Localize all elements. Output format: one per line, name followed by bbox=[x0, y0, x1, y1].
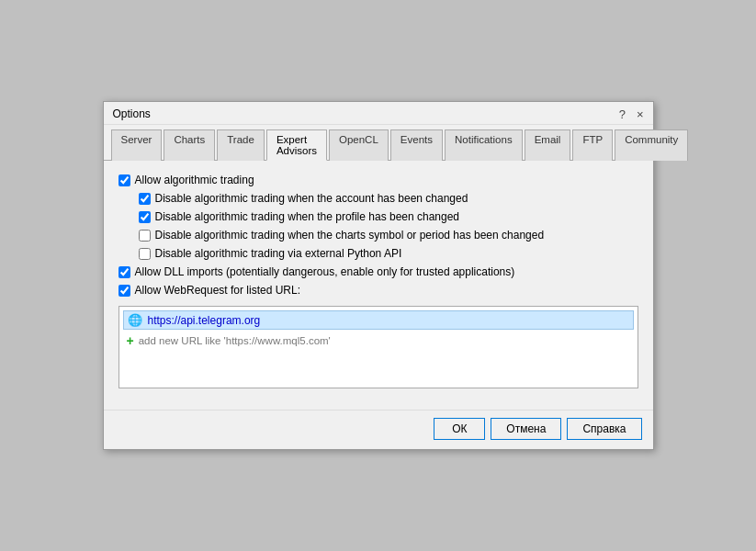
globe-icon: 🌐 bbox=[128, 313, 142, 327]
tab-community[interactable]: Community bbox=[615, 129, 688, 161]
tab-bar: Server Charts Trade Expert Advisors Open… bbox=[104, 125, 653, 161]
dialog-footer: ОК Отмена Справка bbox=[104, 410, 653, 449]
options-dialog: Options ? × Server Charts Trade Expert A… bbox=[103, 101, 654, 450]
allow-algo-row: Allow algorithmic trading bbox=[118, 174, 638, 186]
tab-expert-advisors[interactable]: Expert Advisors bbox=[266, 129, 327, 161]
url-add-placeholder: add new URL like 'https://www.mql5.com' bbox=[139, 335, 331, 346]
allow-web-checkbox[interactable] bbox=[118, 285, 130, 297]
disable-charts-row: Disable algorithmic trading when the cha… bbox=[139, 229, 638, 242]
help-button[interactable]: Справка bbox=[567, 418, 641, 440]
allow-dll-row: Allow DLL imports (potentially dangerous… bbox=[118, 265, 638, 278]
url-entry-text: https://api.telegram.org bbox=[148, 314, 261, 327]
help-title-button[interactable]: ? bbox=[617, 108, 627, 120]
cancel-button[interactable]: Отмена bbox=[491, 418, 561, 440]
disable-profile-checkbox[interactable] bbox=[139, 211, 151, 223]
tab-charts[interactable]: Charts bbox=[164, 129, 215, 161]
disable-charts-label: Disable algorithmic trading when the cha… bbox=[155, 229, 545, 242]
ok-button[interactable]: ОК bbox=[434, 418, 485, 440]
tab-email[interactable]: Email bbox=[525, 129, 571, 161]
allow-dll-checkbox[interactable] bbox=[118, 266, 130, 278]
url-add-row[interactable]: + add new URL like 'https://www.mql5.com… bbox=[123, 332, 634, 350]
allow-dll-label: Allow DLL imports (potentially dangerous… bbox=[135, 265, 515, 278]
allow-web-label: Allow WebRequest for listed URL: bbox=[135, 284, 301, 297]
url-entry-telegram[interactable]: 🌐 https://api.telegram.org bbox=[123, 310, 634, 330]
tab-notifications[interactable]: Notifications bbox=[445, 129, 523, 161]
disable-python-label: Disable algorithmic trading via external… bbox=[155, 247, 402, 260]
disable-account-label: Disable algorithmic trading when the acc… bbox=[155, 192, 468, 205]
url-listbox: 🌐 https://api.telegram.org + add new URL… bbox=[118, 306, 638, 388]
disable-account-checkbox[interactable] bbox=[139, 193, 151, 205]
tab-trade[interactable]: Trade bbox=[217, 129, 265, 161]
tab-events[interactable]: Events bbox=[390, 129, 443, 161]
disable-profile-row: Disable algorithmic trading when the pro… bbox=[139, 210, 638, 223]
disable-charts-checkbox[interactable] bbox=[139, 230, 151, 242]
close-title-button[interactable]: × bbox=[635, 108, 646, 120]
allow-web-row: Allow WebRequest for listed URL: bbox=[118, 284, 638, 297]
tab-content: Allow algorithmic trading Disable algori… bbox=[104, 161, 653, 410]
tab-ftp[interactable]: FTP bbox=[572, 129, 613, 161]
disable-account-row: Disable algorithmic trading when the acc… bbox=[139, 192, 638, 205]
dialog-title: Options bbox=[113, 107, 151, 120]
plus-icon: + bbox=[127, 333, 134, 348]
title-bar: Options ? × bbox=[104, 102, 653, 125]
tab-opencl[interactable]: OpenCL bbox=[329, 129, 389, 161]
allow-algo-label: Allow algorithmic trading bbox=[135, 174, 254, 186]
disable-python-checkbox[interactable] bbox=[139, 248, 151, 260]
title-bar-controls: ? × bbox=[617, 108, 646, 120]
allow-algo-checkbox[interactable] bbox=[118, 174, 130, 186]
disable-profile-label: Disable algorithmic trading when the pro… bbox=[155, 210, 460, 223]
disable-python-row: Disable algorithmic trading via external… bbox=[139, 247, 638, 260]
tab-server[interactable]: Server bbox=[111, 129, 163, 161]
